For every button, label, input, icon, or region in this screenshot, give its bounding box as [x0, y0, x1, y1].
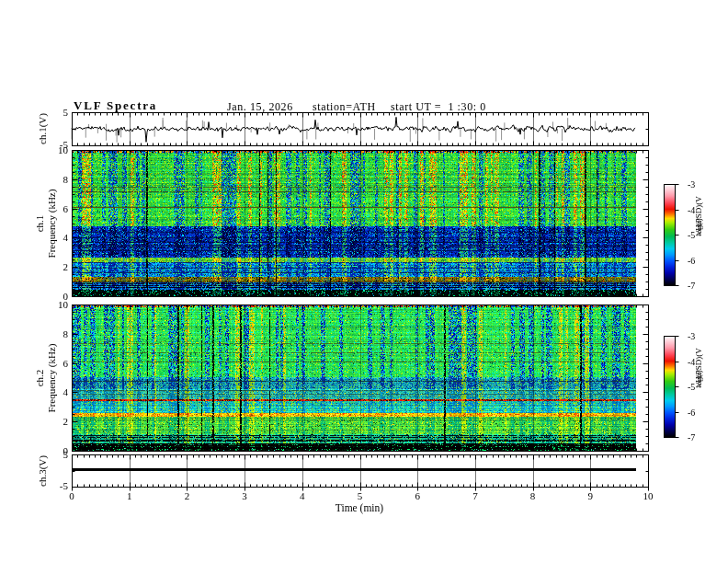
x-tick-label: 3 [235, 490, 254, 501]
plot-title: VLF Spectra [74, 98, 157, 113]
x-tick-label: 9 [581, 490, 599, 501]
colorbar-label: log(PSD)(V2/Hz) [693, 233, 708, 236]
y-axis-label-ch1-frequency: ch.1 Frequency (kHz) [34, 189, 58, 258]
x-axis-title: Time (min) [304, 502, 415, 513]
y-tick-label-frequency: 2 [44, 261, 68, 272]
y-axis-label-ch1: ch.1(V) [37, 113, 49, 144]
x-tick-label: 7 [466, 490, 484, 501]
y-tick-label-frequency: 2 [44, 416, 68, 427]
x-tick-label: 10 [639, 490, 657, 501]
colorbar-tick-label: -7 [688, 281, 695, 292]
x-tick-label: 1 [120, 490, 139, 501]
colorbar-tick-label: -6 [688, 408, 695, 419]
x-tick-label: 5 [351, 490, 370, 501]
date-label: Jan. 15, 2026 [227, 100, 293, 114]
colorbar-tick-label: -7 [688, 432, 695, 443]
x-tick-label: 2 [177, 490, 196, 501]
colorbar-tick-label: -3 [688, 179, 695, 190]
colorbar-label: log(PSD)(V2/Hz) [693, 385, 708, 388]
y-tick-label-frequency: 10 [44, 144, 68, 155]
y-tick-label-frequency: 8 [44, 174, 68, 185]
y-tick-label-frequency: 8 [44, 328, 68, 339]
x-tick-label: 0 [63, 490, 81, 501]
colorbar-tick-label: -6 [688, 256, 695, 267]
y-tick-label-frequency: 10 [44, 299, 68, 310]
x-tick-label: 4 [293, 490, 312, 501]
y-axis-label-ch3: ch.3(V) [37, 455, 49, 487]
vlf-spectra-figure: VLF Spectra Jan. 15, 2026 station=ATH st… [0, 0, 728, 563]
start-ut-label: start UT = 1 :30: 0 [391, 100, 486, 114]
station-label: station=ATH [313, 100, 376, 114]
colorbar-tick-label: -3 [688, 331, 695, 342]
plot-canvas [0, 0, 728, 563]
y-axis-label-ch2-frequency: ch.2 Frequency (kHz) [34, 343, 58, 412]
x-tick-label: 6 [408, 490, 427, 501]
x-tick-label: 8 [524, 490, 542, 501]
